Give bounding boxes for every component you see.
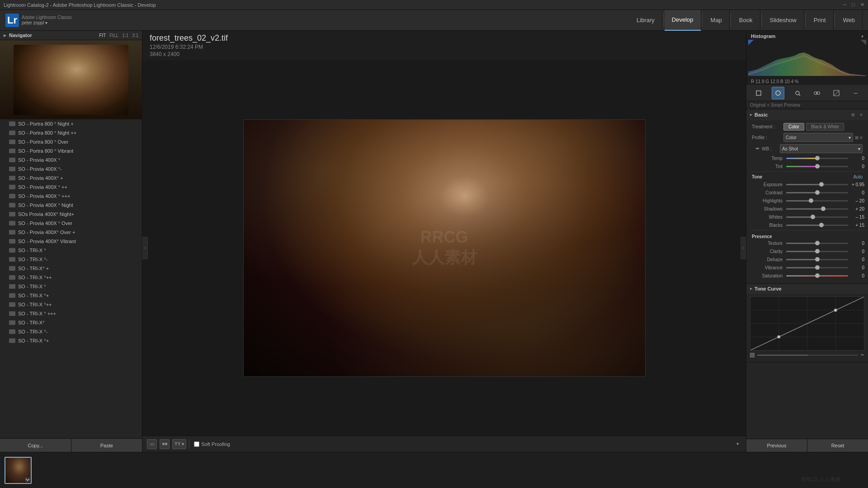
nav-web[interactable]: Web bbox=[836, 10, 863, 31]
exposure-slider[interactable] bbox=[786, 181, 848, 188]
profile-list-icon[interactable]: ≡ bbox=[860, 135, 863, 140]
saturation-track[interactable] bbox=[786, 275, 848, 277]
preset-item[interactable]: SO - TRI-X °- bbox=[0, 327, 142, 336]
vibrance-thumb[interactable] bbox=[815, 265, 820, 270]
exposure-track[interactable] bbox=[786, 184, 848, 185]
restore-btn[interactable]: □ bbox=[852, 2, 855, 8]
treatment-bw-btn[interactable]: Black & White bbox=[806, 123, 844, 131]
preset-item[interactable]: SO - TRI-X °+ bbox=[0, 336, 142, 345]
texture-track[interactable] bbox=[786, 243, 848, 244]
redeye-btn[interactable] bbox=[811, 87, 823, 99]
preset-item[interactable]: SO - TRI-X °- bbox=[0, 255, 142, 264]
user-text[interactable]: peter zoppl ▾ bbox=[22, 20, 72, 26]
preset-item[interactable]: SO - Provia 400X °- bbox=[0, 164, 142, 174]
mask-btn[interactable] bbox=[830, 87, 843, 99]
left-panel-collapse[interactable]: ‹ bbox=[142, 237, 148, 259]
preset-item[interactable]: SO - Provia 400X ° +++ bbox=[0, 192, 142, 201]
shadows-slider[interactable] bbox=[786, 206, 848, 212]
clarity-thumb[interactable] bbox=[815, 249, 820, 253]
clarity-track[interactable] bbox=[786, 251, 848, 252]
crop-icon-btn[interactable] bbox=[752, 87, 765, 99]
toolbar-expand-btn[interactable]: ▾ bbox=[734, 441, 741, 448]
grid-icon[interactable]: ⊞ bbox=[850, 112, 856, 118]
preset-item[interactable]: SO - Provia 400X ° Over bbox=[0, 219, 142, 228]
preset-item[interactable]: SO - TRI-X ° bbox=[0, 282, 142, 291]
whites-thumb[interactable] bbox=[811, 215, 815, 219]
preset-item[interactable]: SO - TRI-X ° bbox=[0, 246, 142, 255]
texture-slider[interactable] bbox=[786, 240, 848, 246]
soft-proof-checkbox[interactable] bbox=[194, 441, 199, 447]
saturation-slider[interactable] bbox=[786, 272, 848, 279]
preset-item[interactable]: SO - Provia 400X° Vibrant bbox=[0, 237, 142, 246]
preset-item[interactable]: SO - TRI-X °+ bbox=[0, 291, 142, 300]
shadows-track[interactable] bbox=[786, 208, 848, 210]
right-panel-collapse[interactable]: › bbox=[741, 237, 746, 259]
profile-dropdown[interactable]: Color ▾ bbox=[783, 133, 853, 142]
list-icon[interactable]: ≡ bbox=[858, 112, 864, 118]
preset-item[interactable]: SOs Provia 400X° Night+ bbox=[0, 210, 142, 219]
nav-3-1[interactable]: 3:1 bbox=[132, 33, 138, 38]
grid-view-btn[interactable] bbox=[160, 439, 170, 449]
close-btn[interactable]: ✕ bbox=[860, 2, 864, 8]
preset-item[interactable]: SO - TRI-X° bbox=[0, 318, 142, 327]
preset-item[interactable]: SO - Portra 800 ° Night ++ bbox=[0, 128, 142, 137]
blacks-track[interactable] bbox=[786, 225, 848, 226]
view-options-dropdown[interactable]: YY▾ bbox=[172, 439, 186, 449]
nav-fill[interactable]: FILL bbox=[109, 33, 118, 38]
temp-track[interactable] bbox=[786, 158, 848, 159]
eyedropper-icon[interactable]: ✒ bbox=[754, 145, 762, 153]
tone-curve-slider-bar[interactable] bbox=[757, 355, 858, 356]
nav-develop[interactable]: Develop bbox=[665, 10, 701, 31]
nav-fit[interactable]: FIT bbox=[99, 33, 106, 38]
highlights-slider[interactable] bbox=[786, 197, 848, 204]
previous-button[interactable]: Previous bbox=[746, 439, 807, 452]
circle-tool-btn[interactable] bbox=[772, 87, 784, 99]
image-canvas[interactable]: RRCG人人素材 ‹ › bbox=[142, 60, 746, 436]
preset-item[interactable]: SO - TRI-X °++ bbox=[0, 273, 142, 282]
preset-item[interactable]: SO - Portra 800 ° Over bbox=[0, 137, 142, 146]
vibrance-track[interactable] bbox=[786, 267, 848, 268]
whites-track[interactable] bbox=[786, 216, 848, 218]
shadows-thumb[interactable] bbox=[821, 206, 826, 211]
preset-item[interactable]: SO - Portra 800 ° Night + bbox=[0, 119, 142, 128]
tone-curve-canvas[interactable] bbox=[750, 296, 864, 351]
crop-tool-btn[interactable]: ▭ bbox=[147, 439, 157, 449]
preset-item[interactable]: SO - Provia 400X° + bbox=[0, 174, 142, 183]
nav-map[interactable]: Map bbox=[703, 10, 730, 31]
temp-thumb[interactable] bbox=[815, 156, 820, 160]
treatment-color-btn[interactable]: Color bbox=[783, 123, 804, 131]
soft-proofing-check[interactable]: Soft Proofing bbox=[194, 441, 230, 447]
vibrance-slider[interactable] bbox=[786, 264, 848, 271]
basic-section-header[interactable]: ▶ Basic ⊞ ≡ bbox=[746, 109, 868, 120]
whites-slider[interactable] bbox=[786, 214, 848, 220]
nav-1-1[interactable]: 1:1 bbox=[122, 33, 128, 38]
exposure-thumb[interactable] bbox=[819, 182, 824, 187]
histogram-expand-icon[interactable]: ▾ bbox=[861, 34, 863, 39]
contrast-slider[interactable] bbox=[786, 189, 848, 196]
clarity-slider[interactable] bbox=[786, 248, 848, 254]
nav-library[interactable]: Library bbox=[629, 10, 662, 31]
wb-dropdown[interactable]: As Shot ▾ bbox=[780, 144, 863, 153]
preset-item[interactable]: SO - TRI-X ° +++ bbox=[0, 309, 142, 318]
blacks-thumb[interactable] bbox=[819, 223, 824, 227]
nav-print[interactable]: Print bbox=[807, 10, 834, 31]
nav-book[interactable]: Book bbox=[732, 10, 760, 31]
tint-thumb[interactable] bbox=[815, 164, 820, 169]
settings-dash-btn[interactable]: ─ bbox=[849, 87, 862, 99]
dehaze-thumb[interactable] bbox=[815, 257, 820, 262]
texture-thumb[interactable] bbox=[815, 241, 820, 245]
nav-slideshow[interactable]: Slideshow bbox=[763, 10, 804, 31]
temp-slider[interactable] bbox=[786, 155, 848, 161]
tint-slider[interactable] bbox=[786, 163, 848, 169]
spot-removal-btn[interactable] bbox=[791, 87, 804, 99]
paste-button[interactable]: Paste bbox=[71, 439, 142, 452]
minimize-btn[interactable]: ─ bbox=[843, 2, 847, 8]
reset-button[interactable]: Reset bbox=[807, 439, 868, 452]
preset-item[interactable]: SO - Provia 400X ° ++ bbox=[0, 183, 142, 192]
preset-item[interactable]: SO - Provia 400X ° bbox=[0, 155, 142, 164]
preset-item[interactable]: SO - TRI-X °++ bbox=[0, 300, 142, 309]
preset-item[interactable]: SO - TRI-X° + bbox=[0, 264, 142, 273]
navigator-header[interactable]: ▶ Navigator FIT FILL 1:1 3:1 bbox=[0, 31, 142, 40]
right-scroll-area[interactable]: ▶ Basic ⊞ ≡ Treatment : Color Black & Wh bbox=[746, 109, 868, 439]
highlights-thumb[interactable] bbox=[809, 198, 813, 203]
